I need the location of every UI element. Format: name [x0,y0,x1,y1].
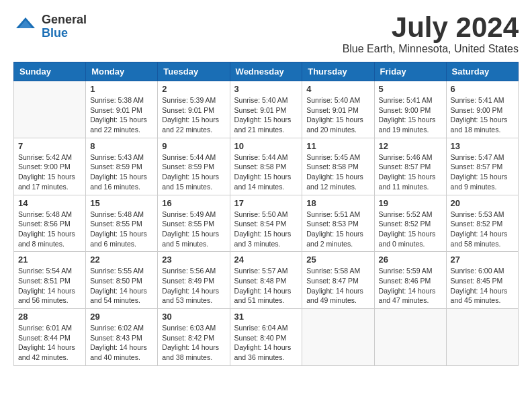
calendar-cell: 16Sunrise: 5:49 AMSunset: 8:55 PMDayligh… [158,195,230,252]
day-number: 21 [18,255,81,265]
day-number: 27 [451,255,514,265]
logo-general-text: General [42,13,87,27]
cell-info: Sunrise: 5:51 AMSunset: 8:53 PMDaylight:… [306,210,369,249]
cell-info: Sunrise: 5:42 AMSunset: 9:00 PMDaylight:… [18,152,81,192]
cell-info: Sunrise: 5:45 AMSunset: 8:58 PMDaylight:… [306,152,369,192]
cell-info: Sunrise: 5:59 AMSunset: 8:46 PMDaylight:… [379,266,442,306]
calendar-cell: 31Sunrise: 6:04 AMSunset: 8:40 PMDayligh… [230,309,302,366]
day-header-wednesday: Wednesday [230,62,302,81]
calendar-cell: 6Sunrise: 5:41 AMSunset: 9:00 PMDaylight… [446,81,518,138]
calendar-cell: 24Sunrise: 5:57 AMSunset: 8:48 PMDayligh… [230,252,302,309]
day-number: 10 [234,141,298,151]
day-number: 5 [379,84,442,94]
calendar-cell: 27Sunrise: 6:00 AMSunset: 8:45 PMDayligh… [446,252,518,309]
calendar-cell: 17Sunrise: 5:50 AMSunset: 8:54 PMDayligh… [230,195,302,252]
day-header-tuesday: Tuesday [158,62,230,81]
cell-info: Sunrise: 5:40 AMSunset: 9:01 PMDaylight:… [306,95,369,135]
month-title: July 2024 [343,13,519,42]
calendar-cell: 23Sunrise: 5:56 AMSunset: 8:49 PMDayligh… [158,252,230,309]
cell-info: Sunrise: 5:39 AMSunset: 9:01 PMDaylight:… [162,95,225,135]
day-number: 26 [379,255,442,265]
day-number: 15 [90,198,153,208]
calendar-cell: 19Sunrise: 5:52 AMSunset: 8:52 PMDayligh… [374,195,446,252]
calendar-cell: 18Sunrise: 5:51 AMSunset: 8:53 PMDayligh… [302,195,374,252]
day-number: 2 [162,84,225,94]
day-number: 17 [234,198,298,208]
day-number: 22 [90,255,153,265]
calendar-cell: 4Sunrise: 5:40 AMSunset: 9:01 PMDaylight… [302,81,374,138]
cell-info: Sunrise: 5:40 AMSunset: 9:01 PMDaylight:… [234,95,298,135]
logo-blue-text: Blue [42,27,87,40]
calendar-cell: 7Sunrise: 5:42 AMSunset: 9:00 PMDaylight… [14,138,86,195]
day-header-friday: Friday [374,62,446,81]
calendar-cell: 11Sunrise: 5:45 AMSunset: 8:58 PMDayligh… [302,138,374,195]
day-number: 1 [90,84,153,94]
day-header-sunday: Sunday [14,62,86,81]
calendar-cell: 12Sunrise: 5:46 AMSunset: 8:57 PMDayligh… [374,138,446,195]
day-number: 24 [234,255,298,265]
cell-info: Sunrise: 5:38 AMSunset: 9:01 PMDaylight:… [90,95,153,135]
cell-info: Sunrise: 5:53 AMSunset: 8:52 PMDaylight:… [451,210,514,249]
calendar-cell: 14Sunrise: 5:48 AMSunset: 8:56 PMDayligh… [14,195,86,252]
calendar-week-row: 7Sunrise: 5:42 AMSunset: 9:00 PMDaylight… [14,138,519,195]
day-number: 23 [162,255,225,265]
calendar-cell: 2Sunrise: 5:39 AMSunset: 9:01 PMDaylight… [158,81,230,138]
cell-info: Sunrise: 5:56 AMSunset: 8:49 PMDaylight:… [162,266,225,306]
calendar-cell: 3Sunrise: 5:40 AMSunset: 9:01 PMDaylight… [230,81,302,138]
calendar-cell: 26Sunrise: 5:59 AMSunset: 8:46 PMDayligh… [374,252,446,309]
day-number: 6 [451,84,514,94]
cell-info: Sunrise: 5:41 AMSunset: 9:00 PMDaylight:… [451,95,514,135]
calendar-cell: 13Sunrise: 5:47 AMSunset: 8:57 PMDayligh… [446,138,518,195]
day-number: 3 [234,84,298,94]
logo-text: General Blue [42,13,87,40]
calendar-cell: 25Sunrise: 5:58 AMSunset: 8:47 PMDayligh… [302,252,374,309]
cell-info: Sunrise: 5:47 AMSunset: 8:57 PMDaylight:… [451,152,514,192]
day-number: 25 [306,255,369,265]
cell-info: Sunrise: 5:43 AMSunset: 8:59 PMDaylight:… [90,152,153,192]
calendar-cell: 5Sunrise: 5:41 AMSunset: 9:00 PMDaylight… [374,81,446,138]
calendar-cell: 28Sunrise: 6:01 AMSunset: 8:44 PMDayligh… [14,309,86,366]
cell-info: Sunrise: 5:57 AMSunset: 8:48 PMDaylight:… [234,266,298,306]
day-number: 11 [306,141,369,151]
location-title: Blue Earth, Minnesota, United States [343,43,519,55]
calendar-table: SundayMondayTuesdayWednesdayThursdayFrid… [13,62,519,366]
cell-info: Sunrise: 5:48 AMSunset: 8:56 PMDaylight:… [18,210,81,249]
day-number: 30 [162,312,225,322]
cell-info: Sunrise: 6:00 AMSunset: 8:45 PMDaylight:… [451,266,514,306]
day-number: 31 [234,312,298,322]
cell-info: Sunrise: 5:44 AMSunset: 8:59 PMDaylight:… [162,152,225,192]
cell-info: Sunrise: 5:50 AMSunset: 8:54 PMDaylight:… [234,210,298,249]
calendar-cell [14,81,86,138]
cell-info: Sunrise: 6:02 AMSunset: 8:43 PMDaylight:… [90,323,153,363]
calendar-cell: 9Sunrise: 5:44 AMSunset: 8:59 PMDaylight… [158,138,230,195]
day-number: 16 [162,198,225,208]
day-number: 14 [18,198,81,208]
calendar-week-row: 21Sunrise: 5:54 AMSunset: 8:51 PMDayligh… [14,252,519,309]
calendar-cell: 22Sunrise: 5:55 AMSunset: 8:50 PMDayligh… [86,252,158,309]
calendar-cell: 8Sunrise: 5:43 AMSunset: 8:59 PMDaylight… [86,138,158,195]
day-number: 12 [379,141,442,151]
cell-info: Sunrise: 5:41 AMSunset: 9:00 PMDaylight:… [379,95,442,135]
day-number: 19 [379,198,442,208]
cell-info: Sunrise: 5:48 AMSunset: 8:55 PMDaylight:… [90,210,153,249]
day-header-monday: Monday [86,62,158,81]
day-header-thursday: Thursday [302,62,374,81]
cell-info: Sunrise: 5:46 AMSunset: 8:57 PMDaylight:… [379,152,442,192]
calendar-cell: 15Sunrise: 5:48 AMSunset: 8:55 PMDayligh… [86,195,158,252]
logo: General Blue [13,13,87,40]
day-number: 18 [306,198,369,208]
day-number: 20 [451,198,514,208]
calendar-week-row: 1Sunrise: 5:38 AMSunset: 9:01 PMDaylight… [14,81,519,138]
day-header-saturday: Saturday [446,62,518,81]
day-number: 13 [451,141,514,151]
cell-info: Sunrise: 5:52 AMSunset: 8:52 PMDaylight:… [379,210,442,249]
calendar-cell [374,309,446,366]
calendar-cell: 10Sunrise: 5:44 AMSunset: 8:58 PMDayligh… [230,138,302,195]
calendar-cell: 1Sunrise: 5:38 AMSunset: 9:01 PMDaylight… [86,81,158,138]
calendar-cell [446,309,518,366]
cell-info: Sunrise: 5:55 AMSunset: 8:50 PMDaylight:… [90,266,153,306]
calendar-cell [302,309,374,366]
cell-info: Sunrise: 5:54 AMSunset: 8:51 PMDaylight:… [18,266,81,306]
day-number: 4 [306,84,369,94]
calendar-week-row: 14Sunrise: 5:48 AMSunset: 8:56 PMDayligh… [14,195,519,252]
